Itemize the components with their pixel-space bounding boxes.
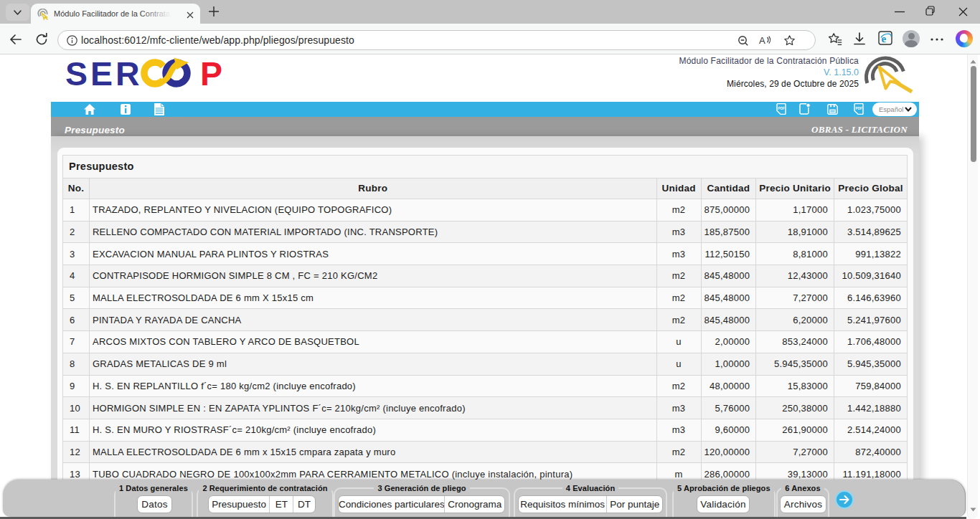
svg-text:P: P [200,55,222,92]
svg-text:A: A [759,35,765,46]
svg-text:SER: SER [65,55,143,92]
svg-text:PDF: PDF [778,107,785,110]
svg-text:PDF: PDF [856,107,862,110]
